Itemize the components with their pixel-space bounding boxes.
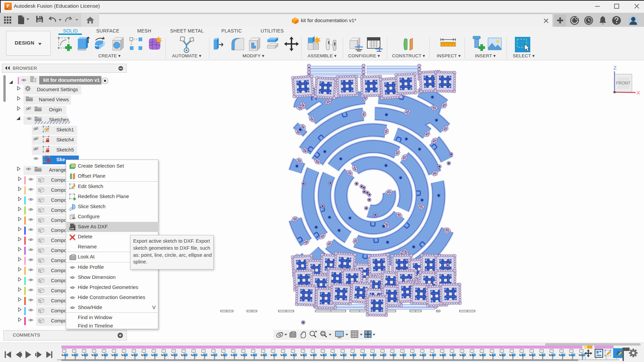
svg-text:DXF: DXF: [70, 228, 74, 230]
svg-text:F: F: [7, 3, 10, 9]
svg-text:FRONT: FRONT: [616, 81, 630, 85]
svg-text:Z: Z: [613, 65, 616, 71]
svg-text:X: X: [637, 90, 640, 96]
